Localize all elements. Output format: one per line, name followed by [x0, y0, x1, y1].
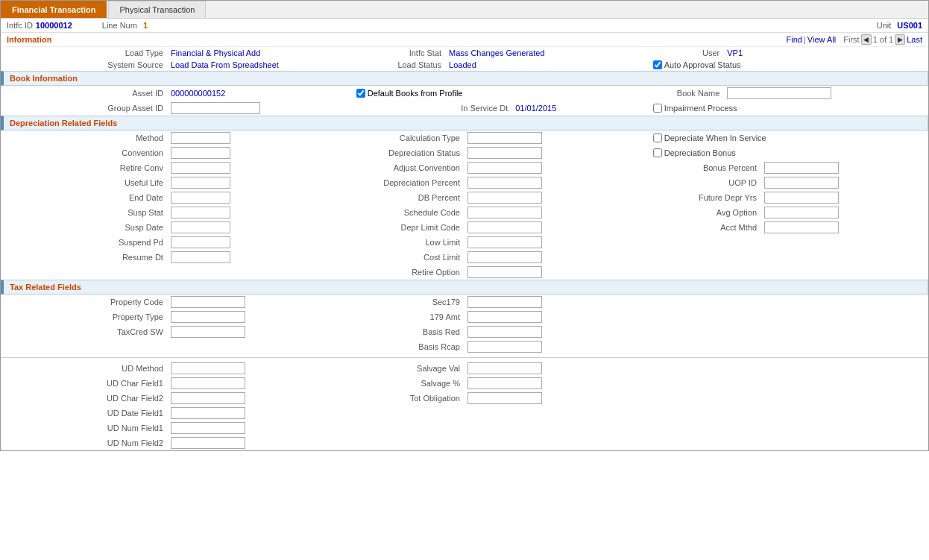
asset-id-value: 000000000152 — [171, 89, 225, 98]
ud-date-field1-input[interactable] — [171, 407, 245, 419]
acct-mthd-input[interactable] — [764, 221, 839, 233]
tab-financial[interactable]: Financial Transaction — [1, 1, 107, 18]
group-asset-id-input[interactable] — [171, 102, 260, 114]
resume-dt-input[interactable] — [171, 251, 230, 263]
property-type-input[interactable] — [171, 311, 245, 323]
tab-physical[interactable]: Physical Transaction — [108, 1, 206, 18]
property-code-label: Property Code — [110, 298, 163, 306]
ud-char-field2-label: UD Char Field2 — [107, 394, 163, 403]
uop-id-input[interactable] — [764, 177, 839, 189]
prev-page-button[interactable]: ◀ — [861, 34, 872, 45]
acct-mthd-label: Acct Mthd — [720, 223, 757, 232]
db-percent-input[interactable] — [467, 192, 542, 204]
auto-approval-checkbox[interactable] — [653, 60, 662, 69]
susp-date-input[interactable] — [171, 221, 230, 233]
tot-obligation-input[interactable] — [467, 392, 542, 404]
depreciation-status-label: Depreciation Status — [388, 148, 460, 157]
ud-num-field1-input[interactable] — [171, 422, 245, 434]
depr-limit-code-input[interactable] — [467, 221, 542, 233]
in-service-dt-value: 01/01/2015 — [515, 104, 556, 113]
adjust-convention-input[interactable] — [467, 162, 542, 174]
intfc-stat-label: Intfc Stat — [409, 48, 441, 57]
tax-fields: Property Code Sec179 Property Type 179 A… — [1, 295, 928, 354]
future-depr-yrs-input[interactable] — [764, 192, 839, 204]
bonus-percent-label: Bonus Percent — [703, 163, 757, 172]
depreciation-percent-label: Depreciation Percent — [383, 178, 460, 187]
useful-life-label: Useful Life — [125, 178, 163, 187]
book-info-section-header: Book Information — [1, 71, 928, 86]
bonus-percent-input[interactable] — [764, 162, 839, 174]
useful-life-input[interactable] — [171, 177, 230, 189]
low-limit-label: Low Limit — [426, 238, 460, 247]
in-service-dt-label: In Service Dt — [461, 104, 508, 113]
basis-rcap-input[interactable] — [467, 341, 542, 353]
ud-method-label: UD Method — [122, 364, 163, 373]
book-info-fields: Asset ID 000000000152 Default Books from… — [1, 86, 928, 116]
salvage-pct-input[interactable] — [467, 377, 542, 389]
uop-id-label: UOP ID — [728, 178, 757, 187]
depreciate-when-checkbox[interactable] — [653, 133, 662, 142]
adjust-convention-label: Adjust Convention — [394, 163, 460, 172]
ud-char-field1-input[interactable] — [171, 377, 245, 389]
default-books-label: Default Books from Profile — [356, 89, 647, 98]
suspend-pd-input[interactable] — [171, 236, 230, 248]
susp-date-label: Susp Date — [125, 223, 163, 232]
tax-cred-sw-label: TaxCred SW — [117, 327, 163, 336]
end-date-label: End Date — [129, 193, 163, 202]
end-date-input[interactable] — [171, 192, 230, 204]
impairment-process-label: Impairment Process — [653, 104, 925, 113]
pagination-nav: Find | View All First ◀ 1 of 1 ▶ Last — [787, 34, 922, 45]
susp-stat-input[interactable] — [171, 207, 230, 218]
low-limit-input[interactable] — [467, 236, 542, 248]
convention-input[interactable] — [171, 147, 230, 159]
resume-dt-label: Resume Dt — [122, 253, 163, 262]
last-link[interactable]: Last — [907, 35, 922, 44]
avg-option-label: Avg Option — [717, 208, 757, 217]
salvage-val-input[interactable] — [467, 362, 542, 374]
amt179-input[interactable] — [467, 311, 542, 323]
retire-option-input[interactable] — [467, 266, 542, 278]
depreciation-percent-input[interactable] — [467, 177, 542, 189]
susp-stat-label: Susp Stat — [127, 208, 163, 217]
property-code-input[interactable] — [171, 296, 245, 308]
convention-label: Convention — [122, 148, 163, 157]
depreciation-section-header: Depreciation Related Fields — [1, 116, 928, 130]
depreciation-status-input[interactable] — [467, 147, 542, 159]
db-percent-label: DB Percent — [418, 193, 460, 202]
calc-type-label: Calculation Type — [400, 133, 460, 142]
find-link[interactable]: Find — [787, 35, 802, 44]
next-page-button[interactable]: ▶ — [895, 34, 905, 45]
impairment-process-checkbox[interactable] — [653, 104, 662, 113]
book-name-label: Book Name — [677, 89, 719, 98]
auto-approval-label: Auto Approval Status — [653, 60, 925, 69]
property-type-label: Property Type — [113, 312, 163, 321]
cost-limit-input[interactable] — [467, 251, 542, 263]
load-status-label: Load Status — [397, 60, 441, 69]
load-status-value: Loaded — [449, 60, 476, 69]
sec179-input[interactable] — [467, 296, 542, 308]
ud-method-input[interactable] — [171, 362, 245, 374]
intfc-id-label: Intfc ID — [7, 21, 33, 30]
ud-char-field2-input[interactable] — [171, 392, 245, 404]
calc-type-input[interactable] — [467, 132, 542, 144]
tax-section-header: Tax Related Fields — [1, 280, 928, 295]
default-books-checkbox[interactable] — [356, 89, 365, 98]
depreciation-bonus-checkbox[interactable] — [653, 148, 662, 157]
ud-num-field1-label: UD Num Field1 — [107, 424, 163, 432]
tax-cred-sw-input[interactable] — [171, 326, 245, 338]
asset-id-label: Asset ID — [132, 89, 163, 98]
method-input[interactable] — [171, 132, 230, 144]
retire-conv-input[interactable] — [171, 162, 230, 174]
suspend-pd-label: Suspend Pd — [119, 238, 163, 247]
schedule-code-label: Schedule Code — [404, 208, 460, 217]
ud-fields: UD Method Salvage Val UD Char Field1 Sal… — [1, 361, 928, 450]
ud-num-field2-input[interactable] — [171, 437, 245, 449]
depr-limit-code-label: Depr Limit Code — [400, 223, 459, 232]
tot-obligation-label: Tot Obligation — [410, 394, 460, 403]
view-all-link[interactable]: View All — [807, 35, 836, 44]
avg-option-input[interactable] — [764, 207, 839, 218]
book-name-input[interactable] — [727, 87, 831, 99]
ud-num-field2-label: UD Num Field2 — [107, 438, 163, 447]
basis-red-input[interactable] — [467, 326, 542, 338]
schedule-code-input[interactable] — [467, 207, 542, 218]
